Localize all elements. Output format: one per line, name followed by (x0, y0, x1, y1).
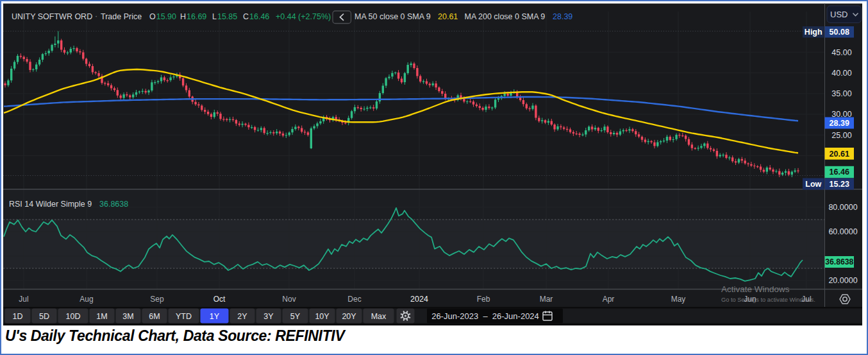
svg-text:MA 50 close 0 SMA 9: MA 50 close 0 SMA 9 (355, 12, 431, 21)
svg-text:O15.90: O15.90 (149, 12, 176, 21)
svg-text:3M: 3M (122, 312, 133, 321)
svg-text:40.00: 40.00 (831, 69, 851, 78)
svg-text:Jul: Jul (19, 295, 28, 304)
svg-text:UNITY SOFTWR ORD: UNITY SOFTWR ORD (12, 12, 92, 21)
svg-text:36.8638: 36.8638 (825, 257, 853, 266)
svg-text:45.00: 45.00 (831, 48, 851, 57)
svg-text:20.61: 20.61 (438, 12, 458, 21)
svg-text:5Y: 5Y (290, 312, 301, 321)
svg-text:36.8638: 36.8638 (99, 200, 128, 209)
svg-text:YTD: YTD (176, 312, 192, 321)
svg-text:5D: 5D (39, 312, 49, 321)
svg-text:High: High (805, 28, 822, 37)
svg-text:25.00: 25.00 (831, 131, 851, 140)
svg-text:+0.44 (+2.75%): +0.44 (+2.75%) (276, 12, 331, 21)
svg-text:L15.85: L15.85 (212, 12, 237, 21)
svg-text:26-Jun-2023 – 26-Jun-2024: 26-Jun-2023 – 26-Jun-2024 (431, 311, 539, 321)
svg-text:10Y: 10Y (315, 312, 330, 321)
svg-text:28.39: 28.39 (553, 12, 572, 21)
svg-text:Apr: Apr (603, 295, 615, 304)
svg-text:Sep: Sep (150, 295, 164, 304)
svg-text:20Y: 20Y (342, 312, 356, 321)
svg-text:Activate Windows: Activate Windows (721, 284, 790, 294)
svg-text:Oct: Oct (213, 295, 226, 304)
svg-text:16.46: 16.46 (830, 168, 849, 177)
svg-text:Feb: Feb (477, 295, 490, 304)
svg-text:2024: 2024 (410, 295, 428, 304)
svg-text:35.00: 35.00 (831, 89, 851, 98)
svg-text:C16.46: C16.46 (243, 12, 269, 21)
svg-text:Low: Low (805, 180, 821, 189)
svg-text:6M: 6M (149, 312, 160, 321)
svg-text:MA 200 close 0 SMA 9: MA 200 close 0 SMA 9 (465, 12, 546, 21)
svg-text:Mar: Mar (540, 295, 553, 304)
svg-text:·: · (95, 12, 97, 21)
svg-text:1Y: 1Y (210, 312, 220, 321)
svg-text:Dec: Dec (347, 295, 361, 304)
svg-text:Jul: Jul (801, 295, 811, 304)
svg-text:Max: Max (371, 312, 387, 321)
svg-text:3Y: 3Y (263, 312, 274, 321)
svg-text:H16.69: H16.69 (180, 12, 206, 21)
svg-text:USD: USD (830, 10, 847, 19)
svg-text:1D: 1D (13, 312, 23, 321)
svg-text:Trade Price: Trade Price (101, 12, 142, 21)
svg-text:Aug: Aug (79, 295, 93, 304)
svg-text:28.39: 28.39 (830, 119, 849, 128)
svg-text:20.61: 20.61 (830, 150, 849, 159)
svg-text:2Y: 2Y (237, 312, 247, 321)
svg-text:50.08: 50.08 (830, 28, 849, 37)
svg-text:20.0000: 20.0000 (828, 276, 857, 285)
svg-text:10D: 10D (66, 312, 81, 321)
svg-text:RSI 14 Wilder Simple 9: RSI 14 Wilder Simple 9 (9, 200, 92, 209)
svg-text:Nov: Nov (282, 295, 296, 304)
svg-text:May: May (671, 295, 686, 304)
svg-text:Jun: Jun (744, 295, 756, 304)
svg-text:1M: 1M (96, 312, 107, 321)
svg-text:80.0000: 80.0000 (828, 203, 857, 212)
svg-text:60.0000: 60.0000 (828, 227, 857, 236)
svg-text:15.23: 15.23 (830, 180, 849, 189)
